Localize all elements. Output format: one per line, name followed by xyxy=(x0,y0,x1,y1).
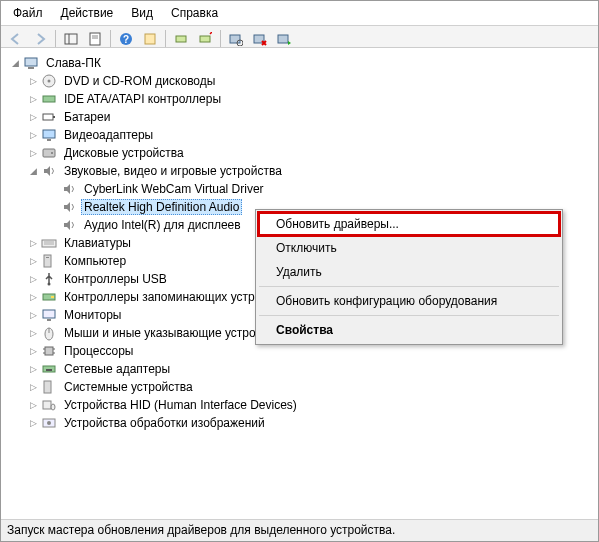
menu-view[interactable]: Вид xyxy=(123,4,161,22)
category-icon xyxy=(41,91,57,107)
ctx-separator xyxy=(259,315,559,316)
svg-rect-0 xyxy=(65,34,77,44)
sound-device-icon xyxy=(61,217,77,233)
expander-icon[interactable]: ◢ xyxy=(9,57,21,69)
category-label: Дисковые устройства xyxy=(61,145,187,161)
device-label: Аудио Intel(R) для дисплеев xyxy=(81,217,244,233)
menu-file[interactable]: Файл xyxy=(5,4,51,22)
category-label: Видеоадаптеры xyxy=(61,127,156,143)
ctx-remove[interactable]: Удалить xyxy=(258,260,560,284)
ctx-properties[interactable]: Свойства xyxy=(258,318,560,342)
expander-icon[interactable]: ▷ xyxy=(27,291,39,303)
category-icon xyxy=(41,73,57,89)
expander-icon[interactable]: ▷ xyxy=(27,147,39,159)
category-label: Мониторы xyxy=(61,307,124,323)
svg-rect-33 xyxy=(51,296,54,298)
svg-rect-30 xyxy=(46,257,49,258)
category-icon xyxy=(41,379,57,395)
category-label: Системные устройства xyxy=(61,379,196,395)
tree-category[interactable]: ▷Видеоадаптеры xyxy=(5,126,594,144)
svg-rect-19 xyxy=(43,96,55,102)
tree-category[interactable]: ▷Батареи xyxy=(5,108,594,126)
category-icon xyxy=(41,145,57,161)
expander-icon[interactable]: ▷ xyxy=(27,129,39,141)
toolbar-separator xyxy=(110,30,111,48)
expander-icon[interactable]: ◢ xyxy=(27,165,39,177)
expander-icon[interactable]: ▷ xyxy=(27,399,39,411)
expander-icon[interactable]: ▷ xyxy=(27,111,39,123)
ctx-disable[interactable]: Отключить xyxy=(258,236,560,260)
tree-category[interactable]: ▷Устройства HID (Human Interface Devices… xyxy=(5,396,594,414)
category-icon xyxy=(41,289,57,305)
category-icon xyxy=(41,109,57,125)
category-icon xyxy=(41,235,57,251)
svg-point-25 xyxy=(51,152,53,154)
category-label: Сетевые адаптеры xyxy=(61,361,173,377)
expander-icon[interactable]: ▷ xyxy=(27,237,39,249)
svg-rect-35 xyxy=(47,319,51,321)
svg-rect-7 xyxy=(145,34,155,44)
context-menu: Обновить драйверы... Отключить Удалить О… xyxy=(255,209,563,345)
category-label: Процессоры xyxy=(61,343,137,359)
device-label: CyberLink WebCam Virtual Driver xyxy=(81,181,267,197)
tree-category[interactable]: ◢Звуковые, видео и игровые устройства xyxy=(5,162,594,180)
status-bar: Запуск мастера обновления драйверов для … xyxy=(1,519,598,541)
expander-icon[interactable]: ▷ xyxy=(27,363,39,375)
toolbar-separator xyxy=(55,30,56,48)
toolbar-separator xyxy=(220,30,221,48)
category-label: Устройства обработки изображений xyxy=(61,415,268,431)
svg-point-49 xyxy=(47,421,51,425)
tree-category[interactable]: ▷IDE ATA/ATAPI контроллеры xyxy=(5,90,594,108)
menu-action[interactable]: Действие xyxy=(53,4,122,22)
expander-icon[interactable]: ▷ xyxy=(27,309,39,321)
category-label: Компьютер xyxy=(61,253,129,269)
category-label: DVD и CD-ROM дисководы xyxy=(61,73,218,89)
ctx-update-drivers[interactable]: Обновить драйверы... xyxy=(258,212,560,236)
category-label: Клавиатуры xyxy=(61,235,134,251)
svg-point-47 xyxy=(51,404,55,410)
svg-text:?: ? xyxy=(123,34,129,45)
device-label: Realtek High Definition Audio xyxy=(81,199,242,215)
svg-rect-44 xyxy=(46,369,52,371)
svg-rect-20 xyxy=(43,114,53,120)
svg-rect-8 xyxy=(176,36,186,42)
tree-device[interactable]: CyberLink WebCam Virtual Driver xyxy=(5,180,594,198)
category-icon xyxy=(41,397,57,413)
expander-icon[interactable]: ▷ xyxy=(27,417,39,429)
category-icon xyxy=(41,361,57,377)
menubar: Файл Действие Вид Справка xyxy=(1,1,598,25)
svg-rect-11 xyxy=(230,35,240,43)
tree-category[interactable]: ▷Устройства обработки изображений xyxy=(5,414,594,432)
expander-icon[interactable]: ▷ xyxy=(27,75,39,87)
svg-point-18 xyxy=(48,80,51,83)
svg-rect-2 xyxy=(90,33,100,45)
svg-rect-24 xyxy=(43,149,55,157)
category-label: IDE ATA/ATAPI контроллеры xyxy=(61,91,224,107)
tree-category[interactable]: ▷DVD и CD-ROM дисководы xyxy=(5,72,594,90)
category-icon xyxy=(41,271,57,287)
expander-icon[interactable]: ▷ xyxy=(27,327,39,339)
expander-icon[interactable]: ▷ xyxy=(27,273,39,285)
expander-icon[interactable]: ▷ xyxy=(27,93,39,105)
svg-rect-15 xyxy=(25,58,37,66)
expander-icon[interactable]: ▷ xyxy=(27,255,39,267)
expander-icon[interactable]: ▷ xyxy=(27,381,39,393)
svg-rect-38 xyxy=(45,347,53,355)
category-label: Контроллеры USB xyxy=(61,271,170,287)
tree-root[interactable]: ◢Слава-ПК xyxy=(5,54,594,72)
tree-category[interactable]: ▷Дисковые устройства xyxy=(5,144,594,162)
svg-rect-21 xyxy=(53,116,55,118)
menu-help[interactable]: Справка xyxy=(163,4,226,22)
category-icon xyxy=(41,253,57,269)
category-icon xyxy=(41,163,57,179)
tree-category[interactable]: ▷Системные устройства xyxy=(5,378,594,396)
svg-rect-16 xyxy=(28,67,34,69)
toolbar-separator xyxy=(165,30,166,48)
svg-line-10 xyxy=(210,32,212,34)
tree-category[interactable]: ▷Сетевые адаптеры xyxy=(5,360,594,378)
ctx-scan-hardware[interactable]: Обновить конфигурацию оборудования xyxy=(258,289,560,313)
computer-icon xyxy=(23,55,39,71)
category-icon xyxy=(41,127,57,143)
sound-device-icon xyxy=(61,199,77,215)
expander-icon[interactable]: ▷ xyxy=(27,345,39,357)
